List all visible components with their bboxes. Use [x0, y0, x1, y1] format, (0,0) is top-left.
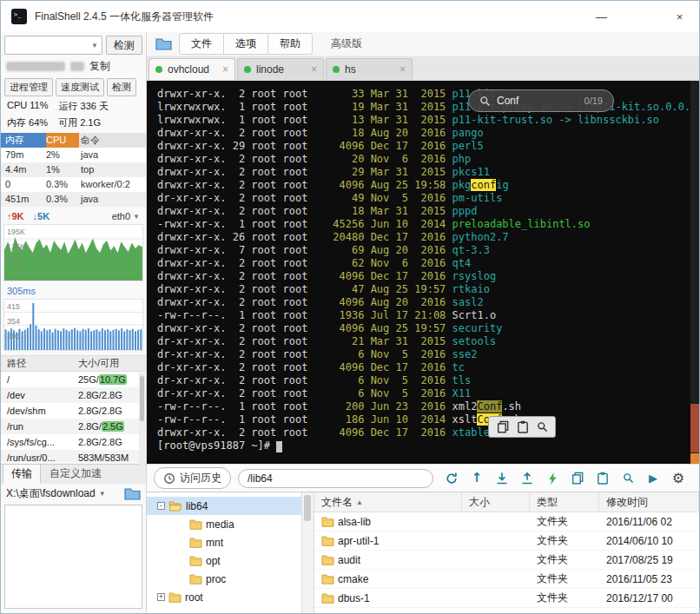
close-button[interactable]: ×	[660, 1, 699, 32]
tree-item-opt[interactable]: opt	[147, 551, 301, 570]
process-col-0[interactable]: 内存	[1, 133, 46, 148]
tab-custom-accel[interactable]: 自定义加速	[41, 464, 110, 484]
detect-button-2[interactable]: 检测	[107, 78, 136, 96]
session-tab-linode[interactable]: linode×	[237, 58, 324, 80]
clipboard-icon[interactable]	[595, 471, 611, 486]
file-col-1[interactable]: 大小	[462, 492, 530, 512]
copy-link[interactable]: 复制	[89, 59, 110, 74]
copy-icon[interactable]	[497, 420, 510, 433]
scroll-lock-button[interactable]	[690, 453, 699, 464]
search-icon	[479, 96, 491, 107]
file-row[interactable]: audit文件夹2017/08/25 19	[314, 551, 699, 570]
play-icon[interactable]: ▶	[645, 471, 661, 486]
speed-test-button[interactable]: 速度测试	[56, 78, 104, 96]
tree-item-label: root	[185, 591, 203, 604]
minimize-button[interactable]: —	[582, 1, 621, 32]
network-graph: 195K135K67K	[3, 224, 143, 281]
gear-icon[interactable]: ⚙	[670, 471, 686, 486]
tab-label: ovhcloud	[168, 63, 217, 76]
process-row[interactable]: 79m2%java	[1, 148, 146, 162]
history-button[interactable]: 访问历史	[154, 467, 231, 489]
edition-label[interactable]: 高级版	[331, 36, 362, 51]
upload-icon[interactable]	[519, 471, 535, 486]
lightning-icon[interactable]	[545, 471, 560, 486]
clock-icon	[163, 472, 175, 485]
expand-icon[interactable]: +	[157, 593, 165, 601]
up-icon[interactable]: ↑	[469, 471, 485, 486]
terminal[interactable]: drwxr-xr-x. 2 root root 33 Mar 31 2015 p…	[147, 81, 699, 464]
search-query[interactable]: Conf	[497, 95, 578, 107]
menu-item-help[interactable]: 帮助	[267, 33, 313, 55]
uptime: 运行 336 天	[58, 100, 108, 113]
session-tab-hs[interactable]: hs×	[326, 58, 413, 80]
terminal-scrollbar[interactable]	[690, 81, 699, 464]
scrollbar-thumb[interactable]	[690, 404, 699, 452]
paste-icon[interactable]	[517, 420, 529, 433]
refresh-icon[interactable]	[444, 471, 459, 486]
file-col-0[interactable]: 文件名▲	[314, 492, 462, 512]
file-col-2[interactable]: 类型	[530, 492, 599, 512]
tab-close-icon[interactable]: ×	[400, 63, 406, 76]
tab-transfer[interactable]: 传输	[3, 464, 41, 484]
file-col-3[interactable]: 修改时间	[599, 492, 699, 512]
path-input[interactable]: /lib64	[238, 469, 433, 488]
memory-stats: 内存 64% 可用 2.1G	[7, 116, 140, 129]
disk-avail: 2.8G	[102, 406, 122, 416]
session-tab-ovhcloud[interactable]: ovhcloud×	[149, 58, 235, 80]
process-cell: 1%	[46, 162, 79, 177]
search-icon[interactable]	[620, 471, 636, 486]
file-row[interactable]: dbus-1文件夹2016/12/17 00	[314, 589, 699, 608]
mem-usage: 内存 64%	[7, 116, 48, 129]
copy-icon[interactable]	[570, 471, 585, 486]
collapse-icon[interactable]: -	[157, 502, 165, 510]
file-mtime: 2017/08/25 19	[599, 554, 699, 566]
tab-close-icon[interactable]: ×	[222, 63, 228, 76]
graph-tick: 135K	[7, 242, 25, 251]
file-name: dbus-1	[338, 592, 370, 604]
file-row[interactable]: apr-util-1文件夹2014/06/10 10	[314, 531, 699, 551]
file-browser: -lib64mediamntoptproc+root 文件名▲大小类型修改时间 …	[147, 492, 699, 614]
sidebar-scrollbar[interactable]	[139, 373, 145, 481]
interface-select[interactable]: eth0▼	[112, 211, 140, 221]
process-row[interactable]: 451m0.3%java	[1, 192, 146, 207]
connections-folder-icon[interactable]	[155, 37, 172, 50]
download-path-label: X:\桌面\fsdownload	[6, 486, 96, 501]
tab-label: hs	[345, 63, 394, 76]
download-path-select[interactable]: X:\桌面\fsdownload▼	[6, 486, 120, 501]
process-col-1[interactable]: CPU	[46, 133, 79, 148]
terminal-line: drwxr-xr-x. 2 root root 62 Nov 6 2016 qt…	[157, 257, 687, 270]
search-selection-icon[interactable]	[537, 421, 548, 432]
download-icon[interactable]	[494, 471, 510, 486]
process-row[interactable]: 00.3%kworker/0:2	[1, 177, 146, 192]
tree-item-mnt[interactable]: mnt	[147, 533, 301, 551]
open-folder-icon[interactable]	[124, 487, 141, 500]
transfer-list	[4, 505, 142, 609]
disk-row: /dev/shm2.8G/2.8G	[1, 403, 146, 419]
scrollbar-thumb[interactable]	[304, 495, 311, 521]
disk-path: /run/usr/0...	[1, 450, 78, 462]
tree-item-lib64[interactable]: -lib64	[147, 497, 301, 515]
detect-button[interactable]: 检测	[106, 36, 142, 55]
folder-icon	[321, 516, 334, 527]
sort-asc-icon: ▲	[356, 498, 363, 506]
tree-item-proc[interactable]: proc	[147, 570, 301, 588]
maximize-button[interactable]	[621, 1, 660, 32]
history-label: 访问历史	[180, 471, 221, 485]
disk-col-size: 大小/可用	[78, 356, 146, 371]
process-col-2[interactable]: 命令	[79, 133, 146, 148]
file-row[interactable]: cmake文件夹2016/11/05 23	[314, 570, 699, 589]
menu-item-options[interactable]: 选项	[223, 33, 268, 55]
server-select[interactable]: ▼	[4, 36, 102, 55]
process-row[interactable]: 4.4m1%top	[1, 162, 146, 177]
tree-item-media[interactable]: media	[147, 515, 301, 533]
file-row[interactable]: alsa-lib文件夹2016/11/06 02	[314, 512, 699, 531]
file-table-header: 文件名▲大小类型修改时间	[314, 492, 699, 512]
tree-scrollbar[interactable]	[301, 492, 314, 614]
terminal-search[interactable]: Conf 0/19	[468, 89, 614, 112]
menu-item-file[interactable]: 文件	[179, 33, 224, 55]
file-type: 文件夹	[530, 533, 599, 548]
tab-close-icon[interactable]: ×	[311, 63, 317, 76]
process-manager-button[interactable]: 进程管理	[4, 78, 53, 96]
tree-item-root[interactable]: +root	[147, 588, 301, 606]
folder-icon	[321, 592, 334, 604]
